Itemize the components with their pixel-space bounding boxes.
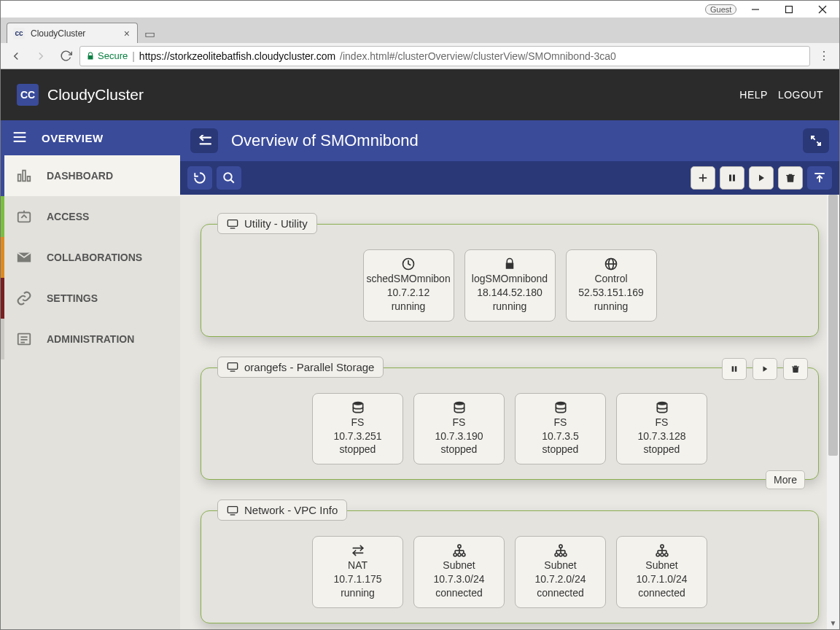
svg-rect-38 xyxy=(732,366,734,372)
node-ip: 10.7.3.128 xyxy=(620,429,704,443)
node-name: logSMOmnibond xyxy=(468,272,552,286)
subnet-icon xyxy=(417,542,501,559)
db-icon xyxy=(518,400,602,416)
sidebar-item-settings[interactable]: SETTINGS xyxy=(1,278,180,319)
node-card[interactable]: FS10.7.3.190stopped xyxy=(413,393,505,465)
node-card[interactable]: logSMOmnibond18.144.52.180running xyxy=(464,249,556,322)
new-tab-button[interactable]: ▭ xyxy=(142,27,157,40)
svg-rect-30 xyxy=(228,219,237,226)
sidebar-overview[interactable]: OVERVIEW xyxy=(1,120,180,155)
url-path: /index.html#/clusterOverview/clusterView… xyxy=(340,50,616,62)
svg-line-20 xyxy=(230,179,234,183)
clock-icon xyxy=(367,256,451,272)
node-card[interactable]: NAT10.7.1.175running xyxy=(312,536,403,608)
node-ip: 18.144.52.180 xyxy=(468,286,552,300)
search-button[interactable] xyxy=(217,166,241,190)
node-state: running xyxy=(468,300,552,314)
sidebar-item-label: ADMINISTRATION xyxy=(47,333,134,345)
node-card[interactable]: schedSMOmnibond10.7.2.12running xyxy=(363,249,454,322)
pause-button[interactable] xyxy=(720,166,744,190)
os-close-button[interactable] xyxy=(806,1,839,18)
app-viewport: CC CloudyCluster HELP LOGOUT OVERVIEW xyxy=(1,69,839,629)
brand-logo-icon: CC xyxy=(17,84,39,106)
group-play-button[interactable] xyxy=(752,358,777,380)
node-card[interactable]: Control52.53.151.169running xyxy=(566,249,657,322)
node-name: Subnet xyxy=(518,559,602,572)
browser-tab[interactable]: cc CloudyCluster × xyxy=(7,23,138,43)
svg-point-71 xyxy=(660,553,663,556)
node-name: FS xyxy=(417,416,501,429)
brand[interactable]: CC CloudyCluster xyxy=(17,84,144,106)
url-bar[interactable]: Secure | https://storkzeolitebatfish.clo… xyxy=(79,46,810,66)
svg-marker-25 xyxy=(759,175,764,182)
browser-tabstrip: cc CloudyCluster × ▭ xyxy=(1,18,839,43)
svg-point-51 xyxy=(457,545,460,548)
upload-button[interactable] xyxy=(807,166,832,190)
db-icon xyxy=(620,400,704,416)
dashboard-icon xyxy=(16,168,32,184)
add-button[interactable] xyxy=(691,166,715,190)
sidebar-item-collaborations[interactable]: COLLABORATIONS xyxy=(1,237,180,278)
sidebar-item-dashboard[interactable]: DASHBOARD xyxy=(1,155,180,196)
node-card[interactable]: Subnet10.7.2.0/24connected xyxy=(515,536,606,608)
nav-reload-button[interactable] xyxy=(55,45,77,67)
url-domain: https://storkzeolitebatfish.cloudycluste… xyxy=(139,50,335,62)
svg-point-44 xyxy=(454,401,464,405)
content-scroll-area[interactable]: Utility - UtilityschedSMOmnibond10.7.2.1… xyxy=(180,195,839,629)
sidebar-item-label: SETTINGS xyxy=(47,292,98,304)
resource-group: Network - VPC InfoNAT10.7.1.175runningSu… xyxy=(201,510,819,623)
nav-forward-button[interactable] xyxy=(30,45,52,67)
sidebar-item-access[interactable]: ACCESS xyxy=(1,196,180,237)
svg-point-45 xyxy=(556,401,565,405)
svg-rect-36 xyxy=(228,363,237,370)
browser-menu-button[interactable]: ⋮ xyxy=(813,49,835,63)
svg-point-63 xyxy=(563,553,566,556)
globe-icon xyxy=(569,256,653,272)
back-button[interactable] xyxy=(190,128,218,153)
svg-rect-8 xyxy=(23,171,26,182)
tab-title: CloudyCluster xyxy=(31,28,85,39)
play-button[interactable] xyxy=(749,166,774,190)
svg-point-60 xyxy=(559,545,561,548)
scrollbar[interactable]: ▲ ▼ xyxy=(827,195,839,629)
sidebar-overview-label: OVERVIEW xyxy=(42,132,104,144)
scroll-down-icon[interactable]: ▼ xyxy=(827,617,839,629)
node-card[interactable]: Subnet10.7.1.0/24connected xyxy=(616,536,707,608)
os-maximize-button[interactable] xyxy=(772,1,806,18)
os-guest-badge: Guest xyxy=(705,4,736,15)
more-button[interactable]: More xyxy=(766,470,805,489)
delete-button[interactable] xyxy=(778,166,803,190)
node-card[interactable]: FS10.7.3.128stopped xyxy=(616,393,707,465)
node-card[interactable]: FS10.7.3.251stopped xyxy=(312,393,403,465)
tab-close-icon[interactable]: × xyxy=(124,28,130,39)
svg-point-54 xyxy=(462,553,464,556)
help-link[interactable]: HELP xyxy=(739,89,768,101)
node-state: stopped xyxy=(620,443,704,456)
refresh-button[interactable] xyxy=(187,166,212,190)
node-name: Subnet xyxy=(620,559,704,572)
monitor-icon xyxy=(227,362,238,372)
node-state: stopped xyxy=(518,443,602,456)
fullscreen-button[interactable] xyxy=(803,128,829,153)
sidebar-item-administration[interactable]: ADMINISTRATION xyxy=(1,319,180,359)
secure-indicator: Secure xyxy=(86,50,128,61)
node-name: NAT xyxy=(316,559,400,572)
node-card[interactable]: Subnet10.7.3.0/24connected xyxy=(413,536,505,608)
os-minimize-button[interactable] xyxy=(739,1,772,18)
node-row: NAT10.7.1.175runningSubnet10.7.3.0/24con… xyxy=(211,536,808,608)
monitor-icon xyxy=(227,219,238,229)
node-name: Control xyxy=(569,272,653,286)
svg-rect-42 xyxy=(792,366,799,367)
group-pause-button[interactable] xyxy=(722,358,747,380)
logout-link[interactable]: LOGOUT xyxy=(778,89,823,101)
main-panel: Overview of SMOmnibond xyxy=(180,120,839,629)
scroll-thumb[interactable] xyxy=(828,195,838,456)
node-state: connected xyxy=(518,586,602,600)
group-trash-button[interactable] xyxy=(783,358,808,380)
node-card[interactable]: FS10.7.3.5stopped xyxy=(515,393,606,465)
svg-point-61 xyxy=(555,553,558,556)
nav-back-button[interactable] xyxy=(5,45,27,67)
node-ip: 10.7.3.251 xyxy=(316,429,400,443)
node-name: FS xyxy=(620,416,704,429)
app-header: CC CloudyCluster HELP LOGOUT xyxy=(1,69,839,120)
